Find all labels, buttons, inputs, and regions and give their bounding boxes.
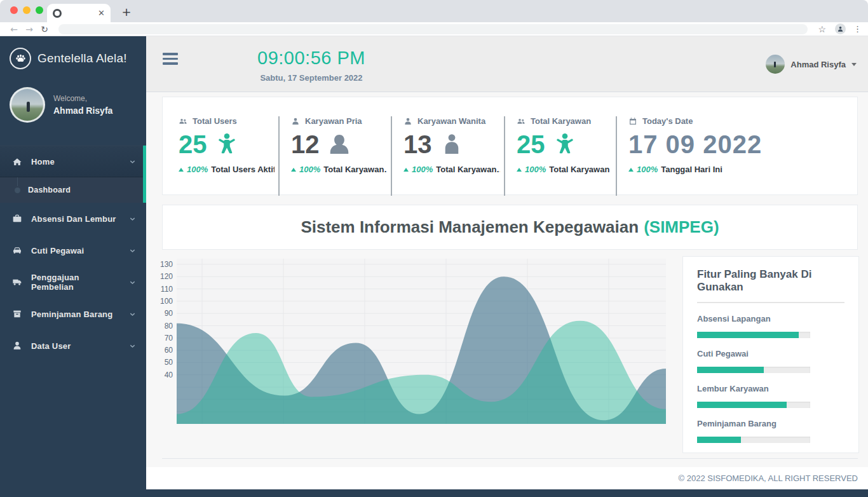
back-icon[interactable]: ← bbox=[6, 24, 22, 34]
nav-label: Cuti Pegawai bbox=[31, 246, 84, 255]
tab-close-icon[interactable]: ✕ bbox=[98, 9, 105, 17]
stat-tile-karyawan-wanita: Karyawan Wanita 13 100% Total Karyawan… bbox=[391, 116, 504, 196]
features-panel-title: Fitur Paling Banyak Di Gunakan bbox=[697, 268, 844, 303]
sidebar-item-absensi-dan-lembur[interactable]: Absensi Dan Lembur bbox=[0, 203, 146, 235]
child-icon bbox=[215, 132, 239, 156]
tile-caption: Total Karyawan… bbox=[436, 165, 499, 174]
stat-tile-karyawan-pria: Karyawan Pria 12 100% Total Karyawan… bbox=[278, 116, 391, 196]
tile-value: 13 bbox=[403, 130, 432, 158]
box-icon bbox=[11, 309, 23, 319]
chevron-down-icon bbox=[129, 158, 136, 165]
male-bust-icon bbox=[327, 132, 351, 156]
bookmark-star-icon[interactable]: ☆ bbox=[818, 24, 826, 34]
tile-label: Karyawan Wanita bbox=[417, 116, 485, 126]
user-icon bbox=[403, 117, 412, 126]
tile-caption: Total Karyawan bbox=[549, 165, 609, 174]
stat-tile-todays-date: Today's Date 17 09 2022 100% Tanggal Har… bbox=[616, 116, 857, 196]
browser-tab[interactable]: ✕ bbox=[47, 4, 111, 22]
sidebar-item-penggajuan-pembelian[interactable]: Penggajuan Pembelian bbox=[0, 266, 146, 298]
sidebar-item-dashboard[interactable]: Dashboard bbox=[0, 177, 146, 203]
nav-label: Peminjaman Barang bbox=[31, 310, 112, 319]
feature-item: Absensi Lapangan bbox=[697, 314, 844, 338]
tile-caption: Tanggal Hari Ini bbox=[661, 165, 722, 174]
y-tick-label: 130 bbox=[160, 260, 173, 269]
user-icon bbox=[11, 341, 23, 351]
current-date: Sabtu, 17 September 2022 bbox=[203, 73, 419, 83]
y-tick-label: 110 bbox=[161, 285, 173, 294]
tile-change: 100% bbox=[637, 165, 658, 174]
window-minimize-button[interactable] bbox=[23, 6, 31, 14]
caret-down-icon bbox=[851, 63, 857, 66]
reload-icon[interactable]: ↻ bbox=[37, 24, 52, 34]
progress-fill bbox=[697, 367, 764, 373]
stat-tile-total-karyawan: Total Karyawan 25 100% Total Karyawan bbox=[504, 116, 616, 196]
forward-icon[interactable]: → bbox=[22, 24, 37, 34]
sidebar-profile: Welcome, Ahmad Risyfa bbox=[10, 87, 112, 123]
app-title: Gentelella Alela! bbox=[37, 51, 127, 65]
user-name: Ahmad Risyfa bbox=[790, 60, 846, 69]
footer-divider bbox=[162, 458, 858, 459]
tile-value: 25 bbox=[517, 130, 545, 158]
browser-profile-avatar[interactable] bbox=[835, 24, 846, 34]
user-avatar bbox=[766, 55, 785, 74]
progress-bar bbox=[697, 367, 810, 373]
tile-change: 100% bbox=[412, 165, 433, 174]
tile-change: 100% bbox=[299, 165, 320, 174]
hamburger-menu-icon[interactable] bbox=[163, 53, 178, 67]
caret-up-icon bbox=[628, 168, 634, 172]
window-close-button[interactable] bbox=[10, 6, 18, 14]
sidebar-item-cuti-pegawai[interactable]: Cuti Pegawai bbox=[0, 235, 146, 266]
chevron-down-icon bbox=[129, 247, 136, 254]
top-navbar: 09:00:56 PM Sabtu, 17 September 2022 Ahm… bbox=[146, 36, 868, 92]
nav-label: Home bbox=[31, 157, 55, 167]
sidebar-item-home[interactable]: Home bbox=[0, 146, 146, 177]
tile-value: 12 bbox=[291, 130, 320, 158]
car-icon bbox=[11, 245, 23, 255]
house-icon bbox=[11, 157, 23, 167]
app-logo[interactable]: Gentelella Alela! bbox=[0, 36, 146, 73]
feature-label: Cuti Pegawai bbox=[697, 349, 844, 358]
profile-name: Ahmad Risyfa bbox=[53, 106, 112, 116]
tile-label: Total Karyawan bbox=[531, 116, 591, 126]
feature-item: Peminjaman Barang bbox=[697, 419, 844, 443]
tile-caption: Total Karyawan… bbox=[323, 165, 386, 174]
user-dropdown[interactable]: Ahmad Risyfa bbox=[766, 55, 857, 74]
sidebar-item-peminjaman-barang[interactable]: Peminjaman Barang bbox=[0, 298, 146, 330]
feature-label: Lembur Karyawan bbox=[697, 384, 844, 393]
chevron-down-icon bbox=[129, 215, 136, 222]
nav-label: Penggajuan Pembelian bbox=[31, 273, 121, 292]
feature-label: Absensi Lapangan bbox=[697, 314, 844, 323]
progress-fill bbox=[697, 332, 799, 338]
paw-icon bbox=[10, 48, 31, 69]
window-zoom-button[interactable] bbox=[36, 6, 43, 14]
active-menu-group: Home Dashboard bbox=[0, 146, 146, 203]
tile-change: 100% bbox=[525, 165, 546, 174]
browser-chrome: ✕ + ← → ↻ ☆ ⋮ bbox=[0, 0, 868, 36]
briefcase-icon bbox=[11, 214, 23, 224]
nav-label: Absensi Dan Lembur bbox=[31, 214, 116, 224]
sidebar-menu: Home Dashboard Absensi Dan Lembur bbox=[0, 146, 146, 362]
y-tick-label: 90 bbox=[165, 309, 173, 318]
sidebar-item-data-user[interactable]: Data User bbox=[0, 330, 146, 362]
stats-tiles-panel: Total Users 25 100% Total Users Aktif Ka… bbox=[162, 97, 858, 195]
url-input[interactable] bbox=[58, 24, 808, 34]
tile-change: 100% bbox=[187, 165, 208, 174]
area-chart-svg bbox=[177, 259, 666, 424]
footer-copyright: © 2022 SISFOMEDIKA, ALL RIGHT RESERVED bbox=[146, 467, 868, 489]
caret-up-icon bbox=[403, 168, 409, 172]
y-tick-label: 50 bbox=[165, 358, 173, 367]
profile-avatar bbox=[10, 87, 45, 123]
tile-label: Karyawan Pria bbox=[305, 116, 362, 126]
stat-tile-total-users: Total Users 25 100% Total Users Aktif bbox=[163, 116, 278, 196]
y-tick-label: 80 bbox=[165, 322, 173, 330]
new-tab-button[interactable]: + bbox=[118, 4, 135, 20]
feature-label: Peminjaman Barang bbox=[697, 419, 844, 428]
progress-fill bbox=[697, 437, 741, 443]
female-bust-icon bbox=[440, 132, 464, 156]
progress-bar bbox=[697, 437, 810, 443]
tab-favicon-icon bbox=[53, 9, 62, 18]
clock-block: 09:00:56 PM Sabtu, 17 September 2022 bbox=[203, 48, 419, 83]
calendar-icon bbox=[628, 117, 637, 126]
app-window: Gentelella Alela! Welcome, Ahmad Risyfa … bbox=[0, 36, 868, 497]
browser-menu-icon[interactable]: ⋮ bbox=[853, 24, 862, 34]
